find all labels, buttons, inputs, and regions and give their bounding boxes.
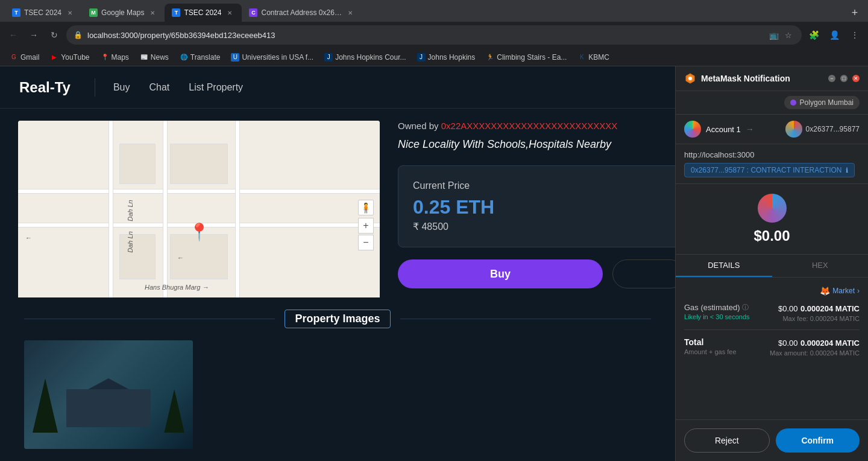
profile-icon[interactable]: 👤 (826, 27, 843, 43)
mm-market-text: Market (832, 287, 855, 295)
new-tab-button[interactable]: + (846, 4, 863, 21)
bookmarks-bar: G Gmail ▶ YouTube 📍 Maps 📰 News 🌐 Transl… (0, 48, 868, 66)
market-emoji: 🦊 (820, 286, 830, 296)
bookmark-universities[interactable]: U Universities in USA f... (226, 51, 318, 63)
tab-tsec2-close[interactable]: ✕ (225, 8, 234, 17)
mm-network-badge[interactable]: Polygon Mumbai (784, 96, 860, 109)
tab-contract[interactable]: C Contract Address 0x26377ca3a... ✕ (242, 4, 362, 22)
secondary-button[interactable] (612, 259, 675, 288)
mm-total-combined: $0.00 0.000204 MATIC (770, 337, 860, 348)
mm-max-fee-value: 0.000204 MATIC (810, 315, 860, 322)
mm-total-usd: $0.00 (778, 339, 798, 348)
tab-contract-close[interactable]: ✕ (345, 8, 355, 17)
owned-by-prefix: Owned by (398, 121, 439, 131)
mm-market-link[interactable]: 🦊 Market › (684, 286, 860, 296)
mm-gas-info-icon[interactable]: ⓘ (742, 303, 749, 312)
news-icon: 📰 (140, 53, 148, 62)
property-image-1 (24, 340, 193, 449)
nav-buy[interactable]: Buy (113, 82, 130, 93)
mm-contract-info-icon[interactable]: ℹ (846, 167, 848, 174)
back-button[interactable]: ← (5, 27, 22, 43)
tab-gmaps[interactable]: M Google Maps ✕ (82, 4, 165, 22)
mm-gas-combined: $0.00 0.000204 MATIC (778, 303, 860, 314)
mm-short-addr: 0x26377...95877 (806, 125, 860, 133)
bookmark-star-icon[interactable]: ☆ (782, 29, 794, 41)
nav-left-arrow: ← (25, 234, 32, 241)
bookmark-climbing[interactable]: 🏃 Climbing Stairs - Ea... (481, 51, 571, 63)
mm-total-max: Max amount: 0.000204 MATIC (770, 349, 860, 357)
bookmark-johns2-label: Johns Hopkins (428, 53, 476, 62)
bookmark-universities-label: Universities in USA f... (242, 53, 313, 62)
zoom-in-button[interactable]: + (358, 218, 374, 234)
bookmark-translate[interactable]: 🌐 Translate (175, 51, 225, 63)
bookmark-gmail[interactable]: G Gmail (5, 51, 44, 63)
tab-tsec2[interactable]: T TSEC 2024 ✕ (165, 4, 242, 22)
pegman-icon[interactable]: 🧍 (358, 200, 374, 215)
mm-minimize-button[interactable]: − (828, 75, 835, 82)
bookmark-kbmc[interactable]: K KBMC (573, 51, 614, 63)
bookmark-youtube-label: YouTube (61, 53, 89, 62)
climbing-icon: 🏃 (486, 53, 494, 62)
mm-gas-value: $0.00 0.000204 MATIC Max fee: 0.000204 M… (778, 303, 860, 322)
extensions-icon[interactable]: 🧩 (805, 27, 822, 43)
section-divider: Property Images (24, 310, 651, 328)
url-text: localhost:3000/property/65bb36394ebd123e… (87, 31, 763, 40)
mm-total-label: Total (684, 337, 737, 347)
mm-addr-avatar (785, 121, 802, 138)
tab-tsec1-close[interactable]: ✕ (65, 8, 75, 17)
price-label: Current Price (413, 180, 670, 191)
nav-list-property[interactable]: List Property (189, 82, 243, 93)
bookmark-youtube[interactable]: ▶ YouTube (45, 51, 94, 63)
mm-total-left: Total Amount + gas fee (684, 337, 737, 355)
metamask-fox-icon (684, 72, 696, 84)
mm-url-text: http://localhost:3000 (684, 150, 860, 159)
mm-confirm-button[interactable]: Confirm (776, 428, 860, 453)
bookmark-maps-label: Maps (112, 53, 129, 62)
johns2-icon: J (417, 53, 426, 62)
mm-tab-details[interactable]: DETAILS (676, 255, 772, 277)
mm-account-avatar (684, 121, 701, 138)
mm-site-url: http://localhost:3000 0x26377...95877 : … (676, 144, 868, 184)
mm-tab-hex[interactable]: HEX (772, 255, 869, 277)
mm-account-bar: Account 1 → 0x26377...95877 (676, 115, 868, 144)
nav-chat[interactable]: Chat (149, 82, 170, 93)
mm-network-name: Polygon Mumbai (800, 98, 854, 107)
mm-gas-label: Gas (estimated) ⓘ (684, 303, 750, 312)
mm-gas-usd: $0.00 (778, 304, 798, 313)
mm-gas-maxfee: Max fee: 0.000204 MATIC (778, 315, 860, 322)
bookmark-maps[interactable]: 📍 Maps (96, 51, 134, 63)
owned-by: Owned by 0x22AXXXXXXXXXXXXXXXXXXXXXXXXX (398, 121, 675, 131)
price-eth: 0.25 ETH (413, 196, 670, 218)
property-info: Owned by 0x22AXXXXXXXXXXXXXXXXXXXXXXXXX … (380, 109, 675, 297)
bookmark-johns2[interactable]: J Johns Hopkins (412, 51, 480, 63)
mm-close-button[interactable]: ✕ (852, 75, 860, 82)
main-area: Real-Ty Buy Chat List Property (0, 66, 868, 461)
bookmark-climbing-label: Climbing Stairs - Ea... (497, 53, 567, 62)
mm-total-max-value: 0.000204 MATIC (810, 349, 860, 357)
screen-cast-icon[interactable]: 📺 (768, 29, 780, 41)
bookmark-news[interactable]: 📰 News (135, 51, 174, 63)
address-bar[interactable]: 🔒 localhost:3000/property/65bb36394ebd12… (66, 25, 802, 45)
mm-reject-button[interactable]: Reject (684, 428, 770, 453)
buy-button[interactable]: Buy (398, 259, 603, 288)
mm-maximize-button[interactable]: □ (840, 75, 848, 82)
tab-gmaps-close[interactable]: ✕ (148, 8, 157, 17)
mm-contract-badge: 0x26377...95877 : CONTRACT INTERACTION ℹ (684, 163, 855, 177)
nav-divider (95, 78, 95, 97)
mm-actions: Reject Confirm (676, 419, 868, 461)
reload-button[interactable]: ↻ (46, 27, 63, 43)
mm-account[interactable]: Account 1 → (684, 121, 754, 138)
mm-amount: $0.00 (753, 227, 790, 244)
map-section: Dah Ln Dah Ln Hans Bhugra Marg → 📍 + − 🧍 (18, 121, 380, 297)
tab-tsec1[interactable]: T TSEC 2024 ✕ (5, 4, 82, 22)
forward-button[interactable]: → (25, 27, 42, 43)
menu-icon[interactable]: ⋮ (846, 27, 863, 43)
mm-details: 🦊 Market › Gas (estimated) ⓘ Likely in <… (676, 278, 868, 419)
website-content: Real-Ty Buy Chat List Property (0, 66, 675, 461)
bookmark-johns1[interactable]: J Johns Hopkins Cour... (319, 51, 410, 63)
mm-max-fee-label: Max fee: (782, 315, 808, 322)
section-title: Property Images (285, 310, 390, 328)
bookmark-johns1-label: Johns Hopkins Cour... (335, 53, 406, 62)
price-inr: ₹ 48500 (413, 221, 670, 232)
zoom-out-button[interactable]: − (358, 235, 374, 250)
